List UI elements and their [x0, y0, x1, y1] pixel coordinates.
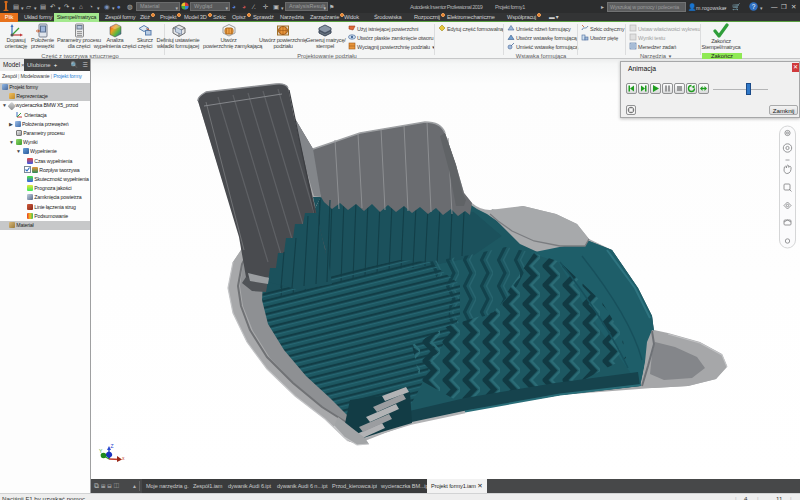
svg-text:Z: Z	[111, 443, 114, 449]
svg-text:?: ?	[752, 3, 756, 10]
